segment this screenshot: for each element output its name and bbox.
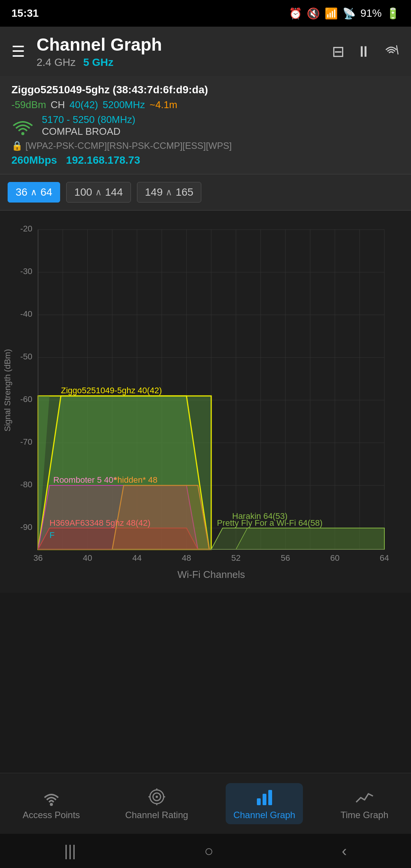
tab-149-to: 165 (175, 186, 193, 198)
recent-apps-button[interactable]: ||| (64, 842, 76, 860)
wifi-scan-icon[interactable] (383, 41, 400, 62)
network-info-panel: Ziggo5251049-5ghz (38:43:7d:6f:d9:da) -5… (0, 76, 411, 174)
svg-text:36: 36 (33, 553, 43, 563)
wifi-status-icon: 📶 (325, 7, 338, 20)
harakin-label: Harakin 64(53) (232, 511, 288, 521)
frequency-selector: 2.4 GHz 5 GHz (37, 56, 320, 69)
tab-arrow-3: ∧ (166, 187, 172, 198)
hidden-label: *hidden* 48 (114, 475, 158, 485)
channel-tab-100-144[interactable]: 100 ∧ 144 (66, 182, 131, 203)
svg-point-47 (156, 796, 158, 798)
home-button[interactable]: ○ (204, 842, 213, 860)
roomboter-label: Roomboter 5 40* (53, 475, 117, 485)
nav-channel-rating[interactable]: Channel Rating (118, 783, 196, 824)
svg-rect-54 (268, 790, 272, 805)
network-icon-row: 5170 - 5250 (80MHz) COMPAL BROAD (11, 114, 400, 137)
svg-text:48: 48 (182, 553, 191, 563)
tab-100-from: 100 (74, 186, 92, 198)
ch-label: CH (51, 99, 65, 111)
svg-text:-30: -30 (20, 266, 32, 276)
bar-chart-nav-icon (255, 787, 274, 807)
menu-button[interactable]: ☰ (11, 43, 25, 60)
svg-text:-80: -80 (20, 480, 32, 489)
ziggo-label: Ziggo5251049-5ghz 40(42) (61, 386, 162, 395)
system-nav-bar: ||| ○ ‹ (0, 834, 411, 868)
svg-line-0 (397, 45, 398, 54)
svg-text:52: 52 (231, 553, 241, 563)
signal-icon: 📡 (342, 7, 356, 20)
battery-icon: 🔋 (386, 7, 400, 20)
chart-container: Signal Strength (dBm) -20 -30 -40 -50 (0, 211, 411, 593)
status-right: ⏰ 🔇 📶 📡 91% 🔋 (289, 7, 400, 20)
alarm-icon: ⏰ (289, 7, 302, 20)
svg-rect-52 (257, 798, 261, 805)
channel-rating-nav-icon (147, 787, 167, 807)
network-ssid: Ziggo5251049-5ghz (38:43:7d:6f:d9:da) (11, 84, 400, 96)
svg-text:44: 44 (132, 553, 142, 563)
page-title: Channel Graph (37, 34, 320, 55)
app-bar-actions: ⊟ ⏸ (332, 41, 400, 62)
bottom-navigation: Access Points Channel Rating Channel Gra… (0, 773, 411, 834)
app-bar: ☰ Channel Graph 2.4 GHz 5 GHz ⊟ ⏸ (0, 27, 411, 76)
status-bar: 15:31 ⏰ 🔇 📶 📡 91% 🔋 (0, 0, 411, 27)
channel-graph-svg: -20 -30 -40 -50 -60 -70 -80 -90 36 (15, 218, 392, 591)
freq-range: 5170 - 5250 (80MHz) (42, 114, 135, 126)
freq-24[interactable]: 2.4 GHz (37, 56, 76, 69)
vendor-name: COMPAL BROAD (42, 126, 121, 137)
channel-range-tabs: 36 ∧ 64 100 ∧ 144 149 ∧ 165 (0, 174, 411, 211)
ap-hidden-shape (112, 485, 209, 549)
svg-text:-60: -60 (20, 394, 32, 404)
back-button[interactable]: ‹ (342, 842, 347, 860)
nav-access-points[interactable]: Access Points (15, 783, 88, 824)
pause-icon[interactable]: ⏸ (356, 43, 371, 60)
ap-harakin-shape (236, 528, 384, 549)
network-details-row: -59dBm CH 40(42) 5200MHz ~4.1m (11, 99, 400, 111)
channel-value: 40(42) (70, 99, 98, 111)
tab-100-to: 144 (105, 186, 123, 198)
tab-arrow-2: ∧ (95, 187, 102, 198)
network-security: 🔒 [WPA2-PSK-CCMP][RSN-PSK-CCMP][ESS][WPS… (11, 140, 400, 151)
network-speed: 260Mbps 192.168.178.73 (11, 154, 400, 166)
svg-text:-70: -70 (20, 437, 32, 447)
svg-text:64: 64 (380, 553, 389, 563)
nav-channel-rating-label: Channel Rating (125, 810, 188, 820)
svg-text:60: 60 (330, 553, 339, 563)
distance-value: ~4.1m (150, 99, 177, 111)
x-axis-label: Wi-Fi Channels (177, 569, 245, 580)
nav-time-graph-label: Time Graph (341, 810, 389, 820)
svg-rect-53 (263, 794, 266, 805)
svg-text:40: 40 (83, 553, 92, 563)
mute-icon: 🔇 (307, 7, 320, 20)
wifi-nav-icon (41, 787, 61, 807)
tab-arrow: ∧ (30, 187, 37, 198)
nav-access-points-label: Access Points (22, 810, 80, 820)
channel-tab-149-165[interactable]: 149 ∧ 165 (137, 182, 201, 203)
freq-value: 5200MHz (103, 99, 145, 111)
nav-channel-graph-label: Channel Graph (233, 810, 295, 820)
nav-time-graph[interactable]: Time Graph (333, 783, 396, 824)
nav-channel-graph[interactable]: Channel Graph (226, 783, 303, 824)
svg-point-1 (21, 132, 24, 135)
y-axis-label: Signal Strength (dBm) (3, 349, 13, 431)
status-time: 15:31 (11, 7, 39, 19)
channel-tab-36-64[interactable]: 36 ∧ 64 (8, 182, 60, 203)
tab-36-to: 64 (40, 186, 52, 198)
svg-point-44 (50, 803, 53, 806)
battery-level: 91% (360, 7, 382, 19)
partial-label-f: F (49, 530, 54, 540)
line-chart-nav-icon (355, 787, 374, 807)
svg-text:-90: -90 (20, 522, 32, 532)
svg-text:-40: -40 (20, 309, 32, 319)
svg-text:-50: -50 (20, 352, 32, 361)
h369-label: H369AF63348 5ghz 48(42) (49, 518, 150, 528)
app-title-area: Channel Graph 2.4 GHz 5 GHz (37, 34, 320, 69)
svg-text:56: 56 (281, 553, 290, 563)
tab-36-from: 36 (16, 186, 27, 198)
tab-149-from: 149 (145, 186, 163, 198)
svg-text:-20: -20 (20, 224, 32, 233)
filter-icon[interactable]: ⊟ (332, 43, 345, 60)
network-wifi-icon (11, 116, 34, 135)
freq-5[interactable]: 5 GHz (83, 56, 113, 69)
signal-dbm: -59dBm (11, 99, 46, 111)
